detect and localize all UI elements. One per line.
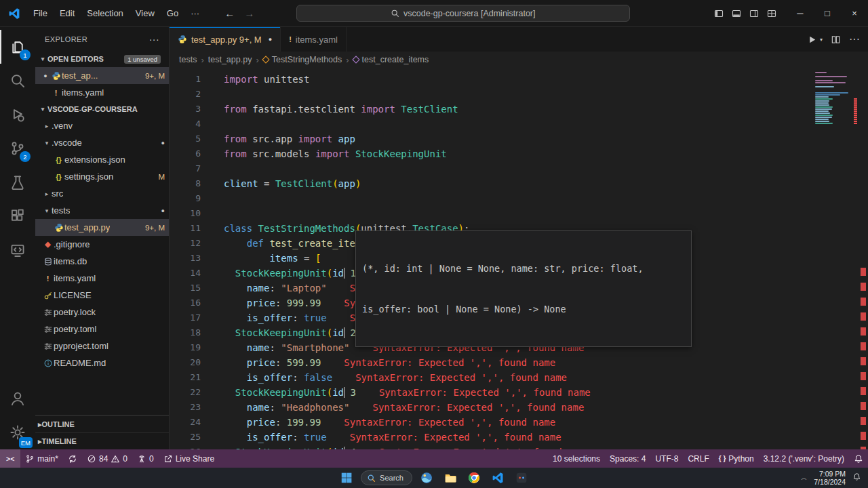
line-number[interactable]: 23 — [170, 400, 201, 415]
line-number[interactable]: 5 — [170, 131, 201, 146]
taskbar-app-vscode[interactable] — [488, 469, 507, 487]
line-number[interactable]: 8 — [170, 176, 201, 191]
breadcrumb-tests[interactable]: tests — [179, 55, 197, 64]
back-button[interactable]: ← — [224, 7, 235, 19]
statusbar-notifications[interactable] — [849, 449, 868, 468]
split-editor-icon[interactable] — [831, 35, 841, 45]
activity-testing[interactable] — [0, 165, 35, 199]
toggle-primary-sidebar-icon[interactable] — [713, 8, 724, 19]
line-number[interactable]: 2 — [170, 87, 201, 102]
code-line-20[interactable]: 20 price: 599.99SyntaxError: Expected ',… — [170, 355, 868, 370]
line-number[interactable]: 13 — [170, 251, 201, 266]
taskbar-app-app-dark[interactable] — [512, 469, 531, 487]
tree-item-poetry.lock[interactable]: poetry.lock — [35, 304, 169, 321]
menu-file[interactable]: File — [27, 5, 54, 21]
tree-item-pyproject.toml[interactable]: pyproject.toml — [35, 338, 169, 354]
activity-explorer[interactable]: 1 — [0, 30, 35, 64]
command-center-search[interactable]: vscode-gp-coursera [Administrator] — [296, 5, 630, 22]
tree-item-poetry.toml[interactable]: poetry.toml — [35, 321, 169, 338]
code-line-5[interactable]: 5from src.app import app — [170, 131, 868, 146]
taskbar-clock[interactable]: 7:09 PM 7/18/2024 — [814, 470, 846, 486]
close-button[interactable]: × — [841, 1, 868, 26]
tree-item-items.db[interactable]: items.db — [35, 253, 169, 270]
statusbar-interpreter[interactable]: 3.12.2 ('.venv': Poetry) — [759, 449, 849, 468]
open-editor-item[interactable]: !items.yaml — [35, 84, 169, 101]
menu-view[interactable]: View — [130, 5, 161, 21]
line-number[interactable]: 18 — [170, 325, 201, 340]
code-line-3[interactable]: 3from fastapi.testclient import TestClie… — [170, 102, 868, 117]
tree-item-.gitignore[interactable]: ◆.gitignore — [35, 236, 169, 253]
code-line-9[interactable]: 9 — [170, 191, 868, 206]
tab-items.yaml[interactable]: !items.yaml — [281, 27, 347, 52]
line-number[interactable]: 14 — [170, 266, 201, 281]
tree-item-items.yaml[interactable]: !items.yaml — [35, 270, 169, 287]
statusbar-indentation[interactable]: Spaces: 4 — [605, 449, 650, 468]
open-editor-item[interactable]: ●test_ap...9+, M — [35, 67, 169, 84]
line-number[interactable]: 6 — [170, 146, 201, 161]
minimize-button[interactable]: ─ — [787, 1, 814, 26]
line-number[interactable]: 11 — [170, 221, 201, 236]
line-number[interactable]: 12 — [170, 236, 201, 251]
breadcrumb-test_create_items[interactable]: test_create_items — [353, 55, 429, 64]
statusbar-selections[interactable]: 10 selections — [548, 449, 605, 468]
line-number[interactable]: 19 — [170, 340, 201, 355]
line-number[interactable]: 21 — [170, 370, 201, 385]
tree-item-tests[interactable]: ▾tests● — [35, 202, 169, 219]
activity-extensions[interactable] — [0, 199, 35, 233]
line-number[interactable]: 7 — [170, 161, 201, 176]
maximize-button[interactable]: □ — [814, 1, 841, 26]
editor-more-actions[interactable]: ··· — [849, 33, 860, 45]
code-line-25[interactable]: 25 is_offer: trueSyntaxError: Expected '… — [170, 430, 868, 445]
forward-button[interactable]: → — [244, 7, 254, 19]
tree-item-test_app.py[interactable]: test_app.py9+, M — [35, 219, 169, 236]
activity-run-debug[interactable] — [0, 98, 35, 131]
breadcrumb-test_app.py[interactable]: test_app.py — [208, 55, 252, 64]
line-number[interactable]: 10 — [170, 206, 201, 221]
code-editor[interactable]: 1import unittest23from fastapi.testclien… — [170, 68, 868, 449]
line-number[interactable]: 20 — [170, 355, 201, 370]
toggle-panel-icon[interactable] — [731, 8, 742, 19]
code-line-10[interactable]: 10 — [170, 206, 868, 221]
breadcrumb-TestStringMethods[interactable]: TestStringMethods — [263, 55, 342, 64]
code-line-24[interactable]: 24 price: 199.99SyntaxError: Expected ',… — [170, 415, 868, 430]
activity-remote-explorer[interactable] — [0, 233, 35, 267]
toggle-secondary-sidebar-icon[interactable] — [749, 8, 760, 19]
code-line-23[interactable]: 23 name: "Headphones"SyntaxError: Expect… — [170, 400, 868, 415]
hidden-icons-chevron[interactable]: ︿ — [801, 474, 807, 483]
statusbar-live-share[interactable]: Live Share — [159, 449, 219, 468]
activity-accounts[interactable] — [0, 382, 35, 415]
tree-item-extensions.json[interactable]: {}extensions.json — [35, 151, 169, 168]
menu-selection[interactable]: Selection — [81, 5, 129, 21]
remote-indicator[interactable]: >< — [0, 449, 20, 468]
line-number[interactable]: 26 — [170, 445, 201, 449]
start-button[interactable] — [337, 469, 356, 487]
notification-center-button[interactable] — [852, 472, 861, 484]
tree-item-src[interactable]: ▸src — [35, 185, 169, 202]
line-number[interactable]: 4 — [170, 117, 201, 131]
tree-item-settings.json[interactable]: {}settings.jsonM — [35, 168, 169, 185]
taskbar-app-file-explorer[interactable] — [441, 469, 460, 487]
line-number[interactable]: 24 — [170, 415, 201, 430]
activity-settings[interactable]: EM — [0, 415, 35, 449]
sidebar-more-actions[interactable]: ··· — [149, 34, 159, 45]
run-dropdown-icon[interactable]: ▾ — [820, 37, 823, 43]
line-number[interactable]: 9 — [170, 191, 201, 206]
tab-test_app.py[interactable]: test_app.py 9+, M● — [170, 27, 281, 52]
code-line-21[interactable]: 21 is_offer: falseSyntaxError: Expected … — [170, 370, 868, 385]
line-number[interactable]: 1 — [170, 72, 201, 87]
minimap[interactable] — [814, 68, 859, 449]
code-line-7[interactable]: 7 — [170, 161, 868, 176]
line-number[interactable]: 15 — [170, 281, 201, 296]
line-number[interactable]: 17 — [170, 310, 201, 325]
code-line-22[interactable]: 22 StockKeepingUnit(id 3SyntaxError: Exp… — [170, 385, 868, 400]
panel-timeline[interactable]: ▸TIMELINE — [35, 432, 169, 449]
run-python-file-icon[interactable] — [807, 35, 817, 45]
tree-item-.vscode[interactable]: ▾.vscode● — [35, 134, 169, 151]
workspace-root-header[interactable]: ▾ VSCODE-GP-COURSERA — [35, 101, 169, 117]
menu-more[interactable]: ··· — [184, 5, 205, 21]
menu-go[interactable]: Go — [161, 5, 184, 21]
code-line-1[interactable]: 1import unittest — [170, 72, 868, 87]
tree-item-.venv[interactable]: ▸.venv — [35, 117, 169, 134]
code-line-4[interactable]: 4 — [170, 117, 868, 131]
taskbar-app-widgets[interactable] — [417, 469, 436, 487]
